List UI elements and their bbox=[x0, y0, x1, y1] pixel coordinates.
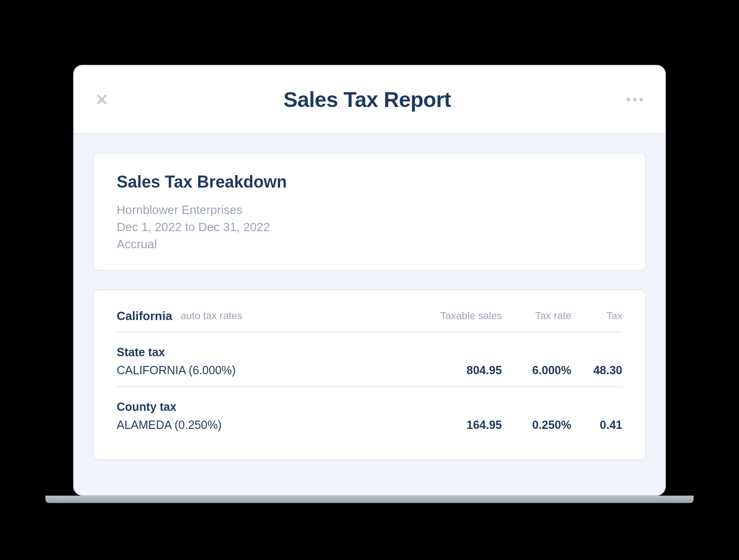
window-header: Sales Tax Report bbox=[74, 66, 665, 134]
close-button[interactable] bbox=[93, 90, 111, 109]
table-row: CALIFORNIA (6.000%) 804.95 6.000% 48.30 bbox=[117, 364, 622, 377]
accounting-method: Accrual bbox=[117, 237, 622, 252]
column-header-rate: Tax rate bbox=[502, 310, 571, 322]
table-row: ALAMEDA (0.250%) 164.95 0.250% 0.41 bbox=[117, 418, 622, 432]
row-tax: 0.41 bbox=[571, 418, 622, 432]
date-range: Dec 1, 2022 to Dec 31, 2022 bbox=[117, 220, 622, 234]
device-base bbox=[45, 496, 694, 503]
row-rate: 0.250% bbox=[502, 418, 571, 432]
row-rate: 6.000% bbox=[502, 364, 571, 377]
column-header-taxable: Taxable sales bbox=[414, 310, 502, 322]
breakdown-table: California auto tax rates Taxable sales … bbox=[93, 289, 646, 460]
more-icon bbox=[626, 98, 630, 101]
state-name: California bbox=[117, 309, 172, 323]
row-taxable: 164.95 bbox=[414, 418, 502, 432]
summary-card: Sales Tax Breakdown Hornblower Enterpris… bbox=[93, 153, 646, 271]
row-label: ALAMEDA (0.250%) bbox=[117, 418, 414, 432]
company-name: Hornblower Enterprises bbox=[117, 203, 622, 217]
report-window: Sales Tax Report Sales Tax Breakdown Hor… bbox=[73, 65, 666, 496]
table-header-row: California auto tax rates Taxable sales … bbox=[117, 309, 622, 333]
column-header-tax: Tax bbox=[571, 310, 622, 322]
row-taxable: 804.95 bbox=[414, 364, 502, 377]
section-title: State tax bbox=[117, 346, 622, 359]
row-tax: 48.30 bbox=[571, 364, 622, 377]
close-icon bbox=[95, 93, 108, 106]
tax-section-state: State tax CALIFORNIA (6.000%) 804.95 6.0… bbox=[117, 333, 622, 387]
window-body: Sales Tax Breakdown Hornblower Enterpris… bbox=[74, 134, 665, 495]
rates-label: auto tax rates bbox=[181, 310, 414, 322]
page-title: Sales Tax Report bbox=[283, 87, 451, 112]
tax-section-county: County tax ALAMEDA (0.250%) 164.95 0.250… bbox=[117, 387, 622, 441]
section-title: County tax bbox=[117, 400, 622, 414]
more-button[interactable] bbox=[623, 90, 646, 109]
summary-title: Sales Tax Breakdown bbox=[117, 172, 622, 192]
row-label: CALIFORNIA (6.000%) bbox=[117, 364, 414, 377]
